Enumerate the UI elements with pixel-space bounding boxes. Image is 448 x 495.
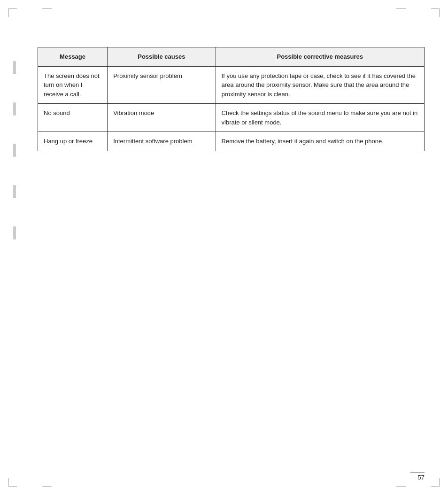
table-header-row: Message Possible causes Possible correct… bbox=[38, 47, 425, 67]
corner-mark-bl bbox=[8, 478, 17, 487]
row1-message: The screen does not turn on when I recei… bbox=[38, 66, 108, 104]
row2-measure: Check the settings status of the sound m… bbox=[216, 104, 424, 132]
header-causes: Possible causes bbox=[108, 47, 216, 67]
corner-mark-tl bbox=[8, 8, 17, 17]
tick-bottom-left bbox=[42, 486, 52, 487]
corner-mark-br bbox=[431, 478, 440, 487]
page-number: 57 bbox=[418, 474, 425, 481]
table-row: No sound Vibration mode Check the settin… bbox=[38, 104, 425, 132]
tick-top-left bbox=[42, 8, 52, 9]
side-mark-4 bbox=[13, 185, 16, 198]
table-row: Hang up or freeze Intermittent software … bbox=[38, 132, 425, 151]
header-measures: Possible corrective measures bbox=[216, 47, 424, 67]
row2-cause: Vibration mode bbox=[108, 104, 216, 132]
side-mark-5 bbox=[13, 226, 16, 240]
side-binding-marks bbox=[13, 61, 16, 240]
page-content: Message Possible causes Possible correct… bbox=[38, 47, 425, 467]
header-message: Message bbox=[38, 47, 108, 67]
row1-measure: If you use any protection tape or case, … bbox=[216, 66, 424, 104]
side-mark-3 bbox=[13, 144, 16, 157]
corner-mark-tr bbox=[431, 8, 440, 17]
side-mark-1 bbox=[13, 61, 16, 74]
page-number-line bbox=[410, 472, 425, 472]
row3-message: Hang up or freeze bbox=[38, 132, 108, 151]
tick-top-right bbox=[396, 8, 406, 9]
side-mark-2 bbox=[13, 102, 16, 116]
row3-measure: Remove the battery, insert it again and … bbox=[216, 132, 424, 151]
row1-cause: Proximity sensor problem bbox=[108, 66, 216, 104]
tick-bottom-right bbox=[396, 486, 406, 487]
row3-cause: Intermittent software problem bbox=[108, 132, 216, 151]
troubleshooting-table: Message Possible causes Possible correct… bbox=[38, 47, 425, 151]
table-row: The screen does not turn on when I recei… bbox=[38, 66, 425, 104]
row2-message: No sound bbox=[38, 104, 108, 132]
